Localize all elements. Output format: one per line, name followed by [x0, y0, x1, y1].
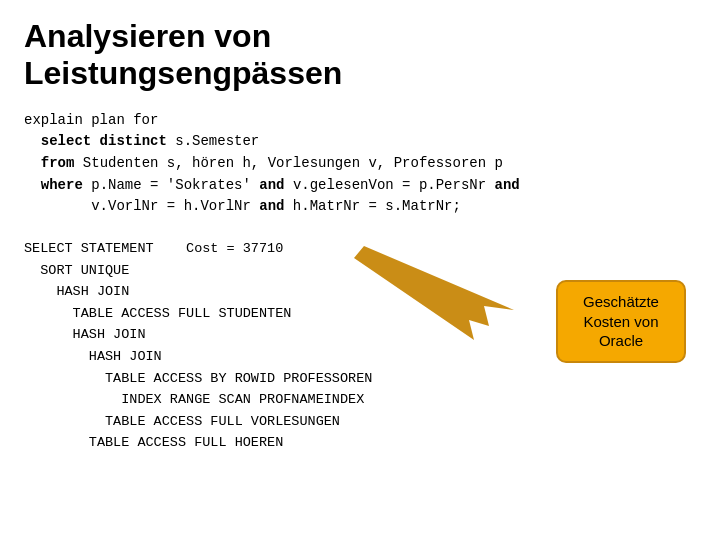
tooltip-line2: Kosten von — [583, 313, 658, 330]
tooltip-line1: Geschätzte — [583, 293, 659, 310]
title-line2: Leistungsengpässen — [24, 55, 342, 91]
sql-line4: where p.Name = 'Sokrates' and v.gelesenV… — [24, 177, 520, 193]
explain-line-1: SORT UNIQUE — [24, 260, 696, 282]
explain-line-0: SELECT STATEMENT Cost = 37710 — [24, 238, 696, 260]
explain-plan-container: SELECT STATEMENT Cost = 37710 SORT UNIQU… — [24, 238, 696, 454]
tooltip-box: Geschätzte Kosten von Oracle — [556, 280, 686, 363]
sql-line5: v.VorlNr = h.VorlNr and h.MatrNr = s.Mat… — [24, 198, 461, 214]
sql-line3: from Studenten s, hören h, Vorlesungen v… — [24, 155, 503, 171]
explain-line-9: TABLE ACCESS FULL HOEREN — [24, 432, 696, 454]
explain-line-8: TABLE ACCESS FULL VORLESUNGEN — [24, 411, 696, 433]
explain-line-6: TABLE ACCESS BY ROWID PROFESSOREN — [24, 368, 696, 390]
tooltip-line3: Oracle — [599, 332, 643, 349]
sql-line1: explain plan for — [24, 112, 158, 128]
explain-line-7: INDEX RANGE SCAN PROFNAMEINDEX — [24, 389, 696, 411]
sql-line2: select distinct s.Semester — [24, 133, 259, 149]
title-line1: Analysieren von — [24, 18, 271, 54]
sql-code-block: explain plan for select distinct s.Semes… — [24, 110, 696, 218]
page-title: Analysieren von Leistungsengpässen — [24, 18, 696, 92]
main-content: Analysieren von Leistungsengpässen expla… — [0, 0, 720, 472]
